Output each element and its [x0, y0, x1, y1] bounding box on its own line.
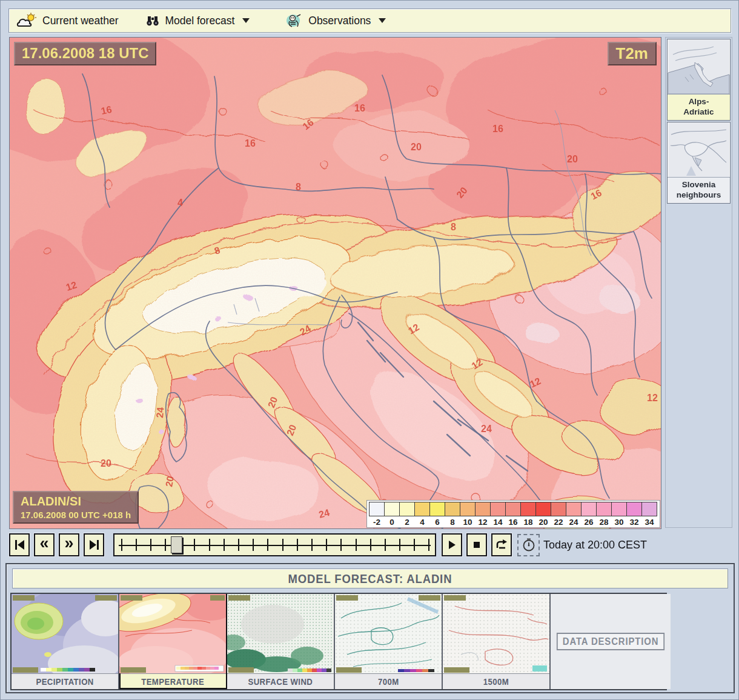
region-slovenia-neighbours[interactable]: Slovenianeighbours — [667, 122, 731, 204]
timeline-tick — [399, 539, 400, 551]
skip-to-start-button[interactable] — [9, 533, 30, 556]
menu-label: Observations — [308, 15, 371, 27]
timeline-tick — [150, 539, 151, 551]
colorbar-cell — [445, 502, 460, 516]
menu-model-forecast[interactable]: Model forecast — [146, 14, 250, 27]
contour-label: 8 — [451, 222, 456, 232]
colorbar-cell — [399, 502, 415, 516]
contour-label: 8 — [296, 182, 301, 192]
contour-label: 20 — [164, 475, 176, 488]
thumb-label-bar: PECIPITATION — [12, 673, 118, 689]
time-select-button[interactable] — [517, 534, 540, 556]
thumb-label-bar: SURFACE WIND — [227, 673, 334, 689]
menu-label: Current weather — [42, 15, 118, 27]
thumb-label: 1500M — [483, 676, 509, 687]
colorbar-cells — [370, 502, 657, 516]
temperature-map-canvas: 1616161616162020202020202024242424241212… — [10, 38, 661, 528]
colorbar-cell — [581, 502, 597, 516]
colorbar-labels: -20246810121416182022242628303234 — [370, 516, 657, 527]
contour-label: 20 — [411, 142, 422, 152]
colorbar-cell — [596, 502, 612, 516]
chevron-down-icon — [242, 18, 250, 23]
700m-thumbnail-image — [335, 594, 442, 673]
timeline-tick — [194, 539, 195, 551]
region-sidebar: Alps-Adriatic Slovenianeighbours — [665, 37, 732, 528]
colorbar-tick-label: 6 — [429, 516, 445, 527]
thumb-surface-wind[interactable]: SURFACE WIND — [227, 594, 335, 689]
contour-label: 16 — [100, 104, 113, 116]
thumb-label: SURFACE WIND — [248, 676, 313, 687]
precipitation-thumbnail-image — [12, 594, 118, 673]
contour-label: 24 — [481, 424, 492, 434]
colorbar-tick-label: 28 — [596, 516, 612, 527]
binoculars-icon — [146, 14, 159, 27]
timeline-tick — [297, 539, 298, 551]
thumb-temperature[interactable]: TEMPERATURE — [119, 594, 227, 689]
model-run: 17.06.2008 00 UTC +018 h — [21, 510, 131, 521]
colorbar-cell — [626, 502, 642, 516]
weather-app: Current weather Model forecast — [0, 0, 739, 700]
colorbar-cell — [505, 502, 521, 516]
contour-label: 12 — [647, 393, 658, 403]
alps-adriatic-minimap — [668, 39, 730, 94]
play-button[interactable] — [442, 533, 462, 556]
timeline-tick — [165, 539, 166, 551]
timer-icon — [522, 538, 536, 552]
timeline-tick — [385, 539, 386, 551]
stop-button[interactable] — [466, 533, 487, 556]
colorbar-tick-label: 16 — [505, 516, 521, 527]
region-alps-adriatic[interactable]: Alps-Adriatic — [667, 39, 731, 121]
colorbar-cell — [414, 502, 430, 516]
timeline-tick — [136, 539, 137, 551]
main-toolbar: Current weather Model forecast — [8, 8, 731, 33]
temperature-thumbnail-image — [119, 594, 226, 673]
timeline-tick — [428, 539, 429, 551]
data-description-link[interactable]: DATA DESCRIPTION — [557, 633, 664, 650]
timeline-thumb[interactable] — [171, 536, 182, 553]
colorbar-cell — [475, 502, 491, 516]
thumb-700m[interactable]: 700M — [335, 594, 443, 689]
timeline-tick — [311, 539, 313, 551]
colorbar-cell — [429, 502, 445, 516]
loop-button[interactable] — [491, 533, 512, 556]
forecast-thumbnails: PECIPITATION — [10, 593, 667, 690]
colorbar-tick-label: 18 — [520, 516, 536, 527]
timeline-tick — [253, 539, 254, 551]
colorbar-tick-label: 2 — [399, 516, 415, 527]
colorbar-cell — [535, 502, 551, 516]
thumb-label: PECIPITATION — [36, 676, 93, 687]
menu-observations[interactable]: Observations — [285, 13, 386, 28]
timeline-tick — [267, 539, 268, 551]
timeline-tick — [326, 539, 327, 551]
timeline-slider[interactable] — [113, 533, 436, 556]
observer-icon — [285, 13, 303, 28]
thumb-label: TEMPERATURE — [141, 676, 204, 687]
thumb-1500m[interactable]: 1500M — [443, 594, 551, 689]
1500m-thumbnail-image — [443, 594, 549, 673]
timeline-tick — [224, 539, 225, 551]
sun-cloud-icon — [16, 13, 37, 28]
region-label: Slovenianeighbours — [668, 177, 730, 203]
contour-label: 16 — [245, 138, 256, 148]
loop-icon — [495, 539, 508, 550]
colorbar-cell — [490, 502, 506, 516]
thumb-precipitation[interactable]: PECIPITATION — [12, 594, 119, 689]
timeline-tick — [414, 539, 415, 551]
colorbar-tick-label: 4 — [414, 516, 430, 527]
timeline-tick — [209, 539, 210, 551]
timeline-tick — [121, 539, 122, 551]
colorbar-tick-label: 30 — [611, 516, 627, 527]
timeline-tick — [340, 539, 342, 551]
step-back-button[interactable]: « — [34, 533, 55, 556]
map-layer-stamp: T2m — [608, 42, 657, 65]
thumb-label: 700M — [378, 676, 399, 687]
temperature-colorbar: -20246810121416182022242628303234 — [366, 500, 660, 528]
colorbar-cell — [520, 502, 536, 516]
colorbar-tick-label: 22 — [551, 516, 566, 527]
skip-to-end-button[interactable] — [84, 533, 104, 556]
colorbar-cell — [566, 502, 582, 516]
skip-to-end-icon — [88, 539, 100, 550]
menu-current-weather[interactable]: Current weather — [16, 13, 118, 28]
step-forward-button[interactable]: » — [59, 533, 79, 556]
region-label: Alps-Adriatic — [668, 94, 730, 120]
